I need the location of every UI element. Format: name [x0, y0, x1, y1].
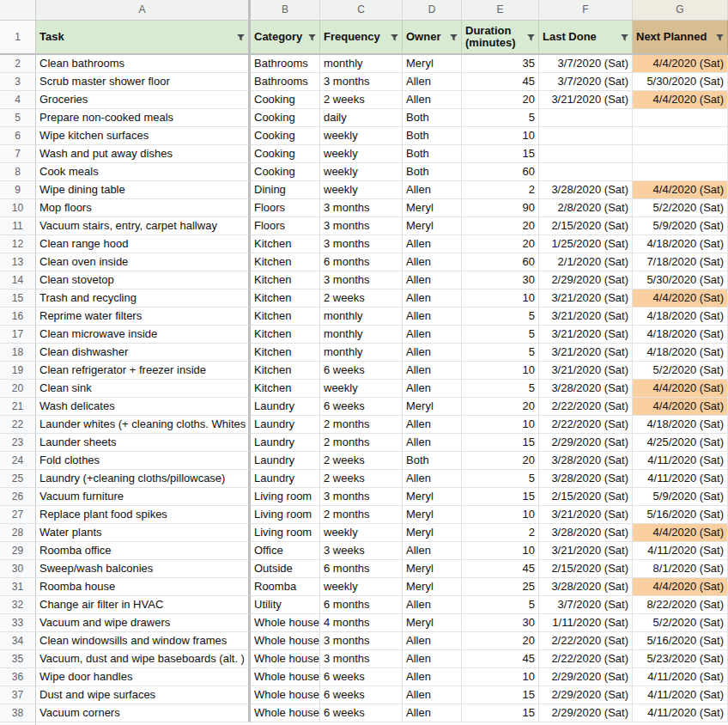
cell-A37[interactable]: Dust and wipe surfaces — [36, 686, 251, 704]
cell-G22[interactable]: 4/18/2020 (Sat) — [633, 416, 728, 434]
cell-D13[interactable]: Allen — [403, 253, 462, 271]
column-header-B[interactable]: B — [251, 0, 320, 21]
cell-F21[interactable]: 2/22/2020 (Sat) — [539, 398, 633, 416]
cell-A18[interactable]: Clean dishwasher — [36, 344, 251, 362]
cell-F23[interactable]: 2/29/2020 (Sat) — [539, 434, 633, 452]
row-header-3[interactable]: 3 — [0, 73, 36, 91]
cell-E19[interactable]: 10 — [462, 362, 539, 380]
cell-D15[interactable]: Allen — [403, 289, 462, 308]
filter-icon[interactable] — [306, 32, 318, 42]
row-header-26[interactable]: 26 — [0, 488, 36, 506]
cell-F7[interactable] — [539, 145, 633, 163]
cell-D17[interactable]: Allen — [403, 326, 462, 344]
cell-E11[interactable]: 20 — [462, 217, 539, 235]
cell-B37[interactable]: Whole house — [251, 686, 320, 704]
cell-C28[interactable]: weekly — [320, 524, 403, 542]
cell-A7[interactable]: Wash and put away dishes — [36, 145, 251, 163]
filter-icon[interactable] — [713, 32, 725, 42]
cell-D30[interactable]: Meryl — [403, 560, 462, 578]
filter-icon[interactable] — [525, 32, 537, 42]
cell-F15[interactable]: 3/21/2020 (Sat) — [539, 289, 633, 308]
cell-F25[interactable]: 3/28/2020 (Sat) — [539, 470, 633, 488]
cell-G36[interactable]: 4/11/2020 (Sat) — [633, 668, 728, 686]
cell-D3[interactable]: Allen — [403, 73, 462, 91]
cell-C27[interactable]: 2 months — [320, 506, 403, 524]
cell-E22[interactable]: 10 — [462, 416, 539, 434]
cell-G10[interactable]: 5/2/2020 (Sat) — [633, 199, 728, 217]
column-header-F[interactable]: F — [539, 0, 633, 21]
cell-F19[interactable]: 3/21/2020 (Sat) — [539, 362, 633, 380]
row-header-12[interactable]: 12 — [0, 235, 36, 253]
cell-B10[interactable]: Floors — [251, 199, 320, 217]
cell-F12[interactable]: 1/25/2020 (Sat) — [539, 235, 633, 253]
cell-B38[interactable]: Whole house — [251, 704, 320, 722]
cell-B30[interactable]: Outside — [251, 560, 320, 578]
cell-D5[interactable]: Both — [403, 109, 462, 127]
cell-D36[interactable]: Allen — [403, 668, 462, 686]
cell-F9[interactable]: 3/28/2020 (Sat) — [539, 181, 633, 199]
cell-A16[interactable]: Reprime water filters — [36, 308, 251, 326]
cell-F4[interactable]: 3/21/2020 (Sat) — [539, 91, 633, 109]
cell-C18[interactable]: monthly — [320, 344, 403, 362]
cell-C24[interactable]: 2 weeks — [320, 452, 403, 470]
row-header-2[interactable]: 2 — [0, 55, 36, 73]
cell-D31[interactable]: Meryl — [403, 578, 462, 596]
cell-F24[interactable]: 3/28/2020 (Sat) — [539, 452, 633, 470]
cell-A32[interactable]: Change air filter in HVAC — [36, 596, 251, 614]
cell-A15[interactable]: Trash and recycling — [36, 289, 251, 308]
row-header-31[interactable]: 31 — [0, 578, 36, 596]
cell-F26[interactable]: 2/15/2020 (Sat) — [539, 488, 633, 506]
cell-C33[interactable]: 4 months — [320, 614, 403, 632]
cell-G24[interactable]: 4/11/2020 (Sat) — [633, 452, 728, 470]
cell-G5[interactable] — [633, 109, 728, 127]
cell-C19[interactable]: 6 weeks — [320, 362, 403, 380]
cell-A31[interactable]: Roomba house — [36, 578, 251, 596]
cell-G38[interactable]: 4/11/2020 (Sat) — [633, 704, 728, 722]
cell-A36[interactable]: Wipe door handles — [36, 668, 251, 686]
cell-B2[interactable]: Bathrooms — [251, 55, 320, 73]
cell-B22[interactable]: Laundry — [251, 416, 320, 434]
header-cell-category[interactable]: Category — [251, 21, 320, 55]
cell-C13[interactable]: 6 months — [320, 253, 403, 271]
row-header-28[interactable]: 28 — [0, 524, 36, 542]
cell-D29[interactable]: Allen — [403, 542, 462, 560]
cell-D20[interactable]: Allen — [403, 380, 462, 398]
cell-C12[interactable]: 3 months — [320, 235, 403, 253]
cell-A10[interactable]: Mop floors — [36, 199, 251, 217]
cell-D8[interactable]: Both — [403, 163, 462, 181]
cell-E7[interactable]: 15 — [462, 145, 539, 163]
cell-E15[interactable]: 10 — [462, 289, 539, 308]
cell-C32[interactable]: 6 months — [320, 596, 403, 614]
cell-F30[interactable]: 2/15/2020 (Sat) — [539, 560, 633, 578]
cell-B8[interactable]: Cooking — [251, 163, 320, 181]
header-cell-last-done[interactable]: Last Done — [539, 21, 633, 55]
cell-D28[interactable]: Meryl — [403, 524, 462, 542]
cell-B18[interactable]: Kitchen — [251, 344, 320, 362]
cell-B12[interactable]: Kitchen — [251, 235, 320, 253]
cell-C5[interactable]: daily — [320, 109, 403, 127]
cell-B3[interactable]: Bathrooms — [251, 73, 320, 91]
cell-B11[interactable]: Floors — [251, 217, 320, 235]
cell-B6[interactable]: Cooking — [251, 127, 320, 145]
cell-A23[interactable]: Launder sheets — [36, 434, 251, 452]
cell-E2[interactable]: 35 — [462, 55, 539, 73]
cell-F38[interactable]: 2/29/2020 (Sat) — [539, 704, 633, 722]
column-header-G[interactable]: G — [633, 0, 728, 21]
cell-A8[interactable]: Cook meals — [36, 163, 251, 181]
row-header-11[interactable]: 11 — [0, 217, 36, 235]
cell-B26[interactable]: Living room — [251, 488, 320, 506]
row-header-38[interactable]: 38 — [0, 704, 36, 722]
cell-G37[interactable]: 4/11/2020 (Sat) — [633, 686, 728, 704]
cell-G21[interactable]: 4/4/2020 (Sat) — [633, 398, 728, 416]
cell-B23[interactable]: Laundry — [251, 434, 320, 452]
row-header-36[interactable]: 36 — [0, 668, 36, 686]
cell-G34[interactable]: 5/16/2020 (Sat) — [633, 632, 728, 650]
cell-C37[interactable]: 6 weeks — [320, 686, 403, 704]
cell-E37[interactable]: 15 — [462, 686, 539, 704]
cell-B31[interactable]: Roomba — [251, 578, 320, 596]
cell-F10[interactable]: 2/8/2020 (Sat) — [539, 199, 633, 217]
cell-E38[interactable]: 15 — [462, 704, 539, 722]
cell-B32[interactable]: Utility — [251, 596, 320, 614]
cell-C17[interactable]: monthly — [320, 326, 403, 344]
cell-E32[interactable]: 5 — [462, 596, 539, 614]
